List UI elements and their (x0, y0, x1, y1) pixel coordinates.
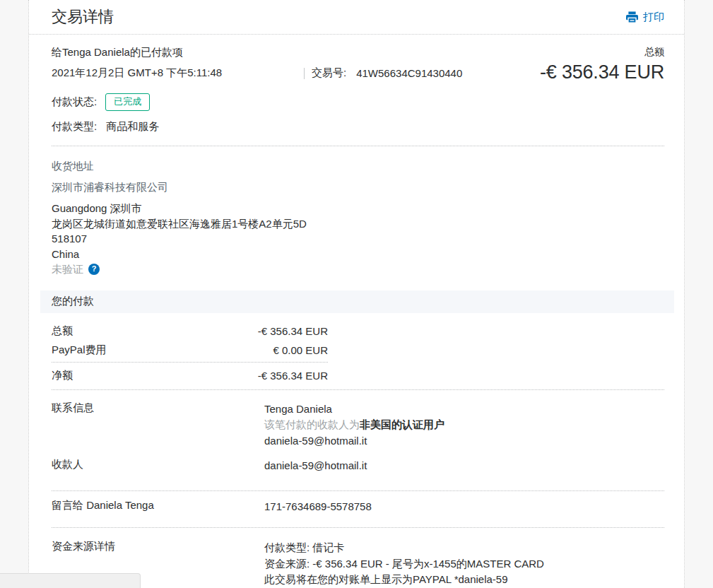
shipping-country: China (52, 247, 664, 262)
shipping-street: 龙岗区龙城街道如意爱联社区海逸雅居1号楼A2单元5D (52, 216, 664, 232)
transaction-id-label: 交易号: (312, 66, 346, 80)
summary-right: 总额 -€ 356.34 EUR (540, 46, 664, 83)
shipping-company: 深圳市浦睿科技有限公司 (52, 181, 664, 194)
table-row: 净额 -€ 356.34 EUR (52, 366, 328, 386)
memo-value: 171-7634689-5578758 (264, 499, 372, 515)
memo-label: 留言给 Daniela Tenga (52, 499, 264, 515)
contact-note-prefix: 该笔付款的收款人为 (264, 418, 360, 430)
section-divider (52, 490, 664, 491)
transaction-date: 2021年12月2日 GMT+8 下午5:11:48 (52, 66, 304, 80)
verify-status-label: 未验证 (52, 261, 83, 277)
total-amount: -€ 356.34 EUR (540, 61, 664, 83)
card-header: 交易详情 打印 (29, 0, 684, 35)
row-value: -€ 356.34 EUR (258, 325, 328, 337)
total-caption: 总额 (644, 46, 664, 59)
contact-email: daniela-59@hotmail.it (264, 433, 444, 449)
transaction-id-value: 41W56634C91430440 (356, 67, 462, 79)
payee-label: 收款人 (52, 458, 264, 474)
row-label: 总额 (52, 324, 73, 338)
your-payment-header: 您的付款 (40, 290, 674, 313)
payment-breakdown-table: 总额 -€ 356.34 EUR PayPal费用 € 0.00 EUR 净额 … (52, 322, 328, 386)
help-icon[interactable]: ? (88, 264, 100, 275)
row-label: PayPal费用 (52, 343, 107, 357)
contact-name: Tenga Daniela (264, 401, 444, 418)
table-row: PayPal费用 € 0.00 EUR (52, 341, 328, 360)
date-row: 2021年12月2日 GMT+8 下午5:11:48 交易号: 41W56634… (52, 66, 540, 80)
row-value: -€ 356.34 EUR (258, 370, 328, 382)
section-divider (52, 389, 664, 390)
section-divider (52, 146, 664, 146)
transaction-details-card: 交易详情 打印 给Tenga Daniela的已付款项 2021年12月2日 G… (28, 0, 685, 588)
summary-section: 给Tenga Daniela的已付款项 2021年12月2日 GMT+8 下午5… (52, 46, 664, 83)
shipping-postal: 518107 (52, 231, 664, 247)
row-label: 净额 (52, 369, 73, 382)
row-value: € 0.00 EUR (273, 344, 328, 356)
funding-source-row: 资金来源详情 付款类型: 借记卡 资金来源: -€ 356.34 EUR - 尾… (52, 540, 664, 588)
vertical-divider (304, 68, 305, 79)
contact-info-row: 联系信息 Tenga Daniela 该笔付款的收款人为非美国的认证用户 dan… (52, 401, 664, 449)
funding-source-line: 资金来源: -€ 356.34 EUR - 尾号为x-1455的MASTER C… (264, 556, 544, 572)
table-divider (52, 362, 328, 363)
funding-source-value: 付款类型: 借记卡 资金来源: -€ 356.34 EUR - 尾号为x-145… (264, 540, 544, 588)
page-title: 交易详情 (52, 6, 114, 28)
payee-value: daniela-59@hotmail.it (264, 458, 367, 474)
browser-status-bubble (0, 573, 141, 588)
contact-note-emphasis: 非美国的认证用户 (360, 418, 444, 430)
table-row: 总额 -€ 356.34 EUR (52, 322, 328, 341)
summary-left: 给Tenga Daniela的已付款项 2021年12月2日 GMT+8 下午5… (52, 46, 540, 83)
shipping-address-heading: 收货地址 (52, 160, 664, 173)
printer-icon (626, 11, 638, 23)
print-label: 打印 (643, 11, 664, 24)
payee-row: 收款人 daniela-59@hotmail.it (52, 458, 664, 474)
payment-type-label: 付款类型: (52, 120, 97, 132)
contact-info-label: 联系信息 (52, 401, 264, 449)
payment-type-value: 商品和服务 (106, 120, 159, 132)
memo-row: 留言给 Daniela Tenga 171-7634689-5578758 (52, 499, 664, 515)
payment-status-label: 付款状态: (52, 95, 97, 109)
shipping-address-block: Guangdong 深圳市 龙岗区龙城街道如意爱联社区海逸雅居1号楼A2单元5D… (52, 201, 664, 277)
contact-note: 该笔付款的收款人为非美国的认证用户 (264, 417, 444, 433)
contact-info-value: Tenga Daniela 该笔付款的收款人为非美国的认证用户 daniela-… (264, 401, 444, 449)
section-divider (52, 527, 664, 528)
funding-type-line: 付款类型: 借记卡 (264, 540, 544, 556)
payment-type-row: 付款类型: 商品和服务 (52, 120, 664, 134)
payment-status-row: 付款状态: 已完成 (52, 93, 664, 111)
payment-to-line: 给Tenga Daniela的已付款项 (52, 46, 540, 59)
print-button[interactable]: 打印 (626, 11, 664, 24)
address-verify-row: 未验证 ? (52, 261, 664, 277)
funding-statement-line: 此交易将在您的对账单上显示为PAYPAL *daniela-59 (264, 572, 544, 588)
card-content: 给Tenga Daniela的已付款项 2021年12月2日 GMT+8 下午5… (29, 35, 684, 588)
shipping-region: Guangdong 深圳市 (52, 201, 664, 216)
status-badge: 已完成 (105, 93, 150, 111)
